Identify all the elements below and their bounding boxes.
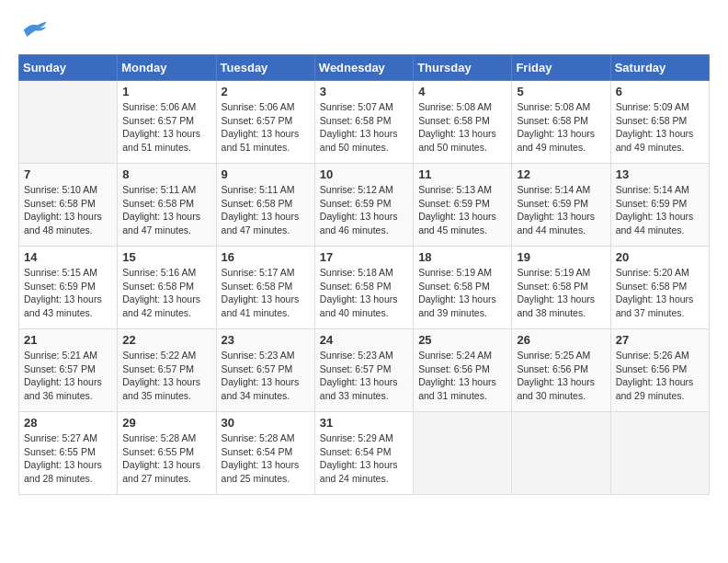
day-info: Sunrise: 5:11 AM Sunset: 6:58 PM Dayligh… xyxy=(122,183,210,237)
day-info: Sunrise: 5:23 AM Sunset: 6:57 PM Dayligh… xyxy=(222,349,310,403)
day-info: Sunrise: 5:14 AM Sunset: 6:59 PM Dayligh… xyxy=(517,183,605,237)
day-info: Sunrise: 5:14 AM Sunset: 6:59 PM Dayligh… xyxy=(616,183,704,237)
calendar-cell: 13Sunrise: 5:14 AM Sunset: 6:59 PM Dayli… xyxy=(610,164,709,247)
calendar-cell: 30Sunrise: 5:28 AM Sunset: 6:54 PM Dayli… xyxy=(216,412,314,495)
day-number: 5 xyxy=(517,85,605,98)
day-number: 2 xyxy=(222,85,310,98)
day-number: 12 xyxy=(517,167,605,181)
week-row-5: 28Sunrise: 5:27 AM Sunset: 6:55 PM Dayli… xyxy=(19,412,710,495)
week-row-1: 1Sunrise: 5:06 AM Sunset: 6:57 PM Daylig… xyxy=(19,81,710,164)
calendar-cell: 24Sunrise: 5:23 AM Sunset: 6:57 PM Dayli… xyxy=(314,329,413,412)
calendar-cell: 7Sunrise: 5:10 AM Sunset: 6:58 PM Daylig… xyxy=(19,164,118,247)
calendar-cell: 1Sunrise: 5:06 AM Sunset: 6:57 PM Daylig… xyxy=(118,81,216,164)
day-number: 25 xyxy=(418,333,506,347)
calendar-cell: 4Sunrise: 5:08 AM Sunset: 6:58 PM Daylig… xyxy=(414,81,512,164)
day-info: Sunrise: 5:20 AM Sunset: 6:58 PM Dayligh… xyxy=(616,266,704,320)
day-info: Sunrise: 5:08 AM Sunset: 6:58 PM Dayligh… xyxy=(418,100,506,155)
day-number: 23 xyxy=(222,333,310,347)
day-number: 10 xyxy=(320,167,408,181)
calendar-cell: 19Sunrise: 5:19 AM Sunset: 6:58 PM Dayli… xyxy=(512,247,610,329)
day-number: 13 xyxy=(616,167,704,181)
day-info: Sunrise: 5:10 AM Sunset: 6:58 PM Dayligh… xyxy=(24,183,112,237)
day-info: Sunrise: 5:16 AM Sunset: 6:58 PM Dayligh… xyxy=(122,266,210,320)
day-number: 7 xyxy=(24,167,112,181)
day-number: 11 xyxy=(418,167,506,181)
calendar-cell: 26Sunrise: 5:25 AM Sunset: 6:56 PM Dayli… xyxy=(512,329,610,412)
day-number: 21 xyxy=(24,333,112,347)
logo-bird-icon xyxy=(20,18,48,41)
day-info: Sunrise: 5:08 AM Sunset: 6:58 PM Dayligh… xyxy=(517,100,605,155)
calendar-cell: 9Sunrise: 5:11 AM Sunset: 6:58 PM Daylig… xyxy=(216,164,314,247)
day-number: 24 xyxy=(320,333,408,347)
day-number: 16 xyxy=(222,250,310,264)
calendar-cell: 10Sunrise: 5:12 AM Sunset: 6:59 PM Dayli… xyxy=(314,164,413,247)
calendar-table: SundayMondayTuesdayWednesdayThursdayFrid… xyxy=(18,54,710,495)
calendar-cell xyxy=(610,412,709,495)
calendar-cell: 12Sunrise: 5:14 AM Sunset: 6:59 PM Dayli… xyxy=(512,164,610,247)
day-info: Sunrise: 5:11 AM Sunset: 6:58 PM Dayligh… xyxy=(222,183,310,237)
page-header xyxy=(18,18,710,45)
calendar-cell xyxy=(19,81,118,164)
day-number: 4 xyxy=(418,85,506,98)
day-number: 3 xyxy=(320,85,408,98)
weekday-header-row: SundayMondayTuesdayWednesdayThursdayFrid… xyxy=(19,55,710,81)
day-info: Sunrise: 5:28 AM Sunset: 6:55 PM Dayligh… xyxy=(122,431,210,486)
day-info: Sunrise: 5:26 AM Sunset: 6:56 PM Dayligh… xyxy=(616,349,704,403)
day-number: 1 xyxy=(122,85,210,98)
calendar-cell: 23Sunrise: 5:23 AM Sunset: 6:57 PM Dayli… xyxy=(216,329,314,412)
day-info: Sunrise: 5:21 AM Sunset: 6:57 PM Dayligh… xyxy=(24,349,112,403)
calendar-cell: 27Sunrise: 5:26 AM Sunset: 6:56 PM Dayli… xyxy=(610,329,709,412)
day-number: 17 xyxy=(320,250,408,264)
day-info: Sunrise: 5:06 AM Sunset: 6:57 PM Dayligh… xyxy=(122,100,210,155)
day-info: Sunrise: 5:12 AM Sunset: 6:59 PM Dayligh… xyxy=(320,183,408,237)
weekday-header-tuesday: Tuesday xyxy=(216,55,314,81)
day-number: 22 xyxy=(122,333,210,347)
week-row-2: 7Sunrise: 5:10 AM Sunset: 6:58 PM Daylig… xyxy=(19,164,710,247)
day-number: 27 xyxy=(616,333,704,347)
day-info: Sunrise: 5:28 AM Sunset: 6:54 PM Dayligh… xyxy=(222,431,310,486)
day-number: 28 xyxy=(24,416,112,430)
calendar-cell: 5Sunrise: 5:08 AM Sunset: 6:58 PM Daylig… xyxy=(512,81,610,164)
calendar-cell: 16Sunrise: 5:17 AM Sunset: 6:58 PM Dayli… xyxy=(216,247,314,329)
weekday-header-thursday: Thursday xyxy=(414,55,512,81)
calendar-cell xyxy=(512,412,610,495)
calendar-cell: 8Sunrise: 5:11 AM Sunset: 6:58 PM Daylig… xyxy=(118,164,216,247)
day-number: 31 xyxy=(320,416,408,430)
calendar-cell: 11Sunrise: 5:13 AM Sunset: 6:59 PM Dayli… xyxy=(414,164,512,247)
calendar-cell: 25Sunrise: 5:24 AM Sunset: 6:56 PM Dayli… xyxy=(414,329,512,412)
calendar-cell: 31Sunrise: 5:29 AM Sunset: 6:54 PM Dayli… xyxy=(314,412,413,495)
day-number: 15 xyxy=(122,250,210,264)
day-info: Sunrise: 5:24 AM Sunset: 6:56 PM Dayligh… xyxy=(418,349,506,403)
day-number: 6 xyxy=(616,85,704,98)
calendar-cell: 15Sunrise: 5:16 AM Sunset: 6:58 PM Dayli… xyxy=(118,247,216,329)
day-info: Sunrise: 5:27 AM Sunset: 6:55 PM Dayligh… xyxy=(24,431,112,486)
weekday-header-monday: Monday xyxy=(118,55,216,81)
calendar-cell: 2Sunrise: 5:06 AM Sunset: 6:57 PM Daylig… xyxy=(216,81,314,164)
week-row-3: 14Sunrise: 5:15 AM Sunset: 6:59 PM Dayli… xyxy=(19,247,710,329)
weekday-header-wednesday: Wednesday xyxy=(314,55,413,81)
calendar-cell: 22Sunrise: 5:22 AM Sunset: 6:57 PM Dayli… xyxy=(118,329,216,412)
day-info: Sunrise: 5:18 AM Sunset: 6:58 PM Dayligh… xyxy=(320,266,408,320)
day-info: Sunrise: 5:19 AM Sunset: 6:58 PM Dayligh… xyxy=(418,266,506,320)
calendar-cell: 17Sunrise: 5:18 AM Sunset: 6:58 PM Dayli… xyxy=(314,247,413,329)
day-number: 29 xyxy=(122,416,210,430)
day-info: Sunrise: 5:29 AM Sunset: 6:54 PM Dayligh… xyxy=(320,431,408,486)
calendar-cell xyxy=(414,412,512,495)
calendar-cell: 14Sunrise: 5:15 AM Sunset: 6:59 PM Dayli… xyxy=(19,247,118,329)
logo xyxy=(18,18,51,45)
week-row-4: 21Sunrise: 5:21 AM Sunset: 6:57 PM Dayli… xyxy=(19,329,710,412)
day-info: Sunrise: 5:13 AM Sunset: 6:59 PM Dayligh… xyxy=(418,183,506,237)
day-info: Sunrise: 5:19 AM Sunset: 6:58 PM Dayligh… xyxy=(517,266,605,320)
day-info: Sunrise: 5:25 AM Sunset: 6:56 PM Dayligh… xyxy=(517,349,605,403)
day-info: Sunrise: 5:09 AM Sunset: 6:58 PM Dayligh… xyxy=(616,100,704,155)
calendar-cell: 21Sunrise: 5:21 AM Sunset: 6:57 PM Dayli… xyxy=(19,329,118,412)
day-info: Sunrise: 5:15 AM Sunset: 6:59 PM Dayligh… xyxy=(24,266,112,320)
day-number: 19 xyxy=(517,250,605,264)
day-number: 26 xyxy=(517,333,605,347)
calendar-cell: 29Sunrise: 5:28 AM Sunset: 6:55 PM Dayli… xyxy=(118,412,216,495)
calendar-cell: 18Sunrise: 5:19 AM Sunset: 6:58 PM Dayli… xyxy=(414,247,512,329)
day-number: 14 xyxy=(24,250,112,264)
day-info: Sunrise: 5:07 AM Sunset: 6:58 PM Dayligh… xyxy=(320,100,408,155)
day-number: 9 xyxy=(222,167,310,181)
calendar-cell: 20Sunrise: 5:20 AM Sunset: 6:58 PM Dayli… xyxy=(610,247,709,329)
